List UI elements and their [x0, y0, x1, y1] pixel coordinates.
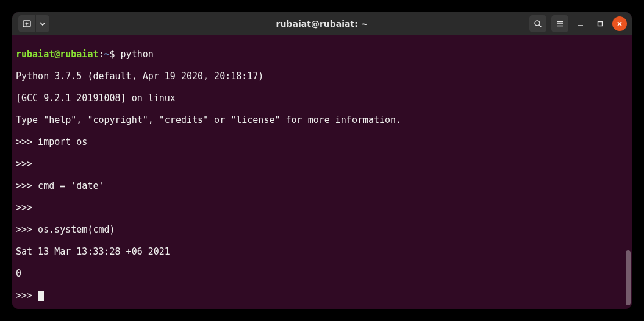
search-button[interactable]: [529, 15, 546, 32]
text-cursor: [38, 291, 44, 301]
output-line: 0: [16, 268, 628, 279]
shell-command: python: [121, 49, 154, 60]
close-icon: [617, 21, 623, 27]
terminal-body[interactable]: rubaiat@rubaiat:~$ python Python 3.7.5 (…: [12, 35, 632, 309]
terminal-window: rubaiat@rubaiat: ~ rubaiat@rubaiat:~$ py…: [12, 12, 632, 309]
repl-line: >>>: [16, 158, 628, 169]
prompt-colon: :: [98, 49, 104, 60]
prompt-line: rubaiat@rubaiat:~$ python: [16, 49, 628, 60]
new-tab-icon: [22, 19, 32, 29]
output-line: Python 3.7.5 (default, Apr 19 2020, 20:1…: [16, 71, 628, 82]
svg-point-3: [535, 21, 540, 26]
svg-line-4: [539, 25, 542, 27]
prompt-path: ~: [104, 49, 110, 60]
repl-line: >>> cmd = 'date': [16, 180, 628, 191]
maximize-button[interactable]: [593, 16, 607, 31]
output-line: [GCC 9.2.1 20191008] on linux: [16, 93, 628, 104]
prompt-dollar: $: [110, 49, 115, 60]
repl-line: >>> import os: [16, 136, 628, 147]
scrollbar-thumb[interactable]: [626, 250, 631, 305]
chevron-down-icon: [38, 19, 48, 29]
output-line: Type "help", "copyright", "credits" or "…: [16, 115, 628, 125]
minimize-icon: [578, 21, 584, 27]
new-tab-split-button[interactable]: [18, 15, 49, 32]
search-icon: [533, 19, 543, 29]
hamburger-icon: [555, 19, 565, 29]
repl-prompt-text: >>>: [16, 290, 38, 301]
repl-prompt-current: >>>: [16, 290, 628, 301]
repl-line: >>> os.system(cmd): [16, 224, 628, 235]
new-tab-dropdown[interactable]: [36, 15, 49, 32]
new-tab-button[interactable]: [18, 15, 36, 32]
maximize-icon: [597, 21, 603, 27]
output-line: Sat 13 Mar 13:33:28 +06 2021: [16, 246, 628, 257]
svg-rect-9: [598, 22, 603, 26]
prompt-userhost: rubaiat@rubaiat: [16, 49, 98, 60]
menu-button[interactable]: [551, 15, 568, 32]
repl-line: >>>: [16, 202, 628, 213]
close-button[interactable]: [612, 16, 627, 31]
titlebar: rubaiat@rubaiat: ~: [12, 12, 632, 35]
minimize-button[interactable]: [573, 16, 588, 31]
